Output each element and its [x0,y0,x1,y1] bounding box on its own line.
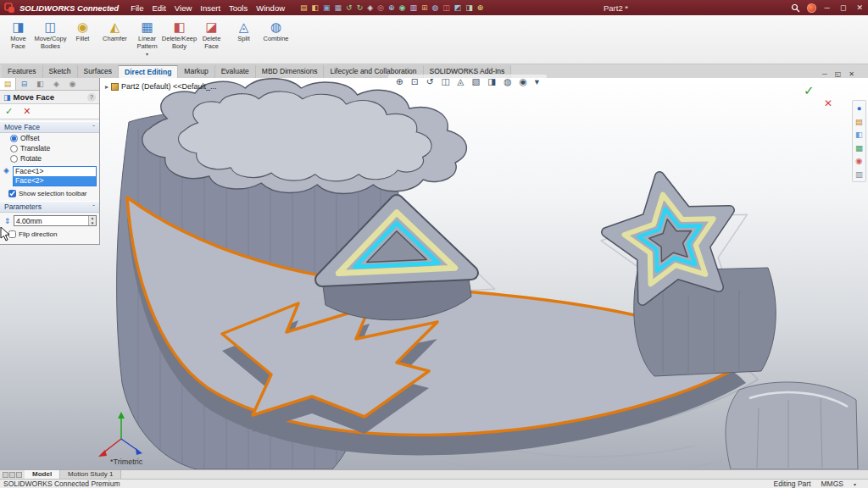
model-canvas[interactable] [0,78,868,469]
confirm-ok-icon[interactable]: ✓ [804,83,815,98]
motion-study-tab[interactable]: Motion Study 1 [60,470,121,479]
custom-properties-icon[interactable]: ▥ [855,170,863,179]
tab-features[interactable]: Features [2,65,43,78]
tab-mbd-dimensions[interactable]: MBD Dimensions [256,65,325,78]
configuration-manager-tab[interactable]: ◧ [32,78,48,90]
mass-properties-icon[interactable]: ◍ [431,4,438,12]
previous-view-icon[interactable]: ↺ [426,76,434,86]
feature-manager-tab[interactable]: ⊟ [16,78,32,90]
flip-direction-checkbox[interactable]: Flip direction [0,229,99,240]
window-close-button[interactable]: ✕ [854,3,865,12]
menu-insert[interactable]: Insert [196,3,225,13]
open-icon[interactable]: ◧ [312,4,320,12]
menu-file[interactable]: File [126,3,147,13]
show-selection-toolbar-input[interactable] [8,190,16,197]
rebuild-icon[interactable]: ◉ [399,4,406,12]
collapse-chevron-icon[interactable]: ˆ [92,203,95,211]
breadcrumb[interactable]: Part2 (Default) <<Default_... [121,82,217,91]
menu-tools[interactable]: Tools [225,3,252,13]
display-manager-tab[interactable]: ◉ [64,78,81,90]
model-tab[interactable]: Model [25,470,60,479]
feature-tree-flyout[interactable]: ▸ Part2 (Default) <<Default_... [105,82,217,91]
smart-dimension-icon[interactable]: ⊕ [388,4,395,12]
delete-face-button[interactable]: ◪ Delete Face [196,18,227,60]
flyout-arrow-icon[interactable]: ▸ [105,83,108,91]
face-selection-list[interactable]: Face<1>Face<2> [13,166,97,186]
offset-radio-input[interactable] [10,135,18,142]
window-minimize-button[interactable]: ─ [823,3,832,12]
undo-icon[interactable]: ↺ [346,4,353,12]
tab-surfaces[interactable]: Surfaces [78,65,120,78]
redo-icon[interactable]: ↻ [357,4,364,12]
move-copy-bodies-button[interactable]: ◫ Move/Copy Bodies [35,18,66,60]
view-palette-icon[interactable]: ▦ [855,144,863,152]
edit-appearance-icon[interactable]: ◉ [519,76,526,86]
tab-markup[interactable]: Markup [178,65,214,78]
section-view-icon[interactable]: ◫ [441,76,449,86]
split-button[interactable]: ◬ Split [228,18,259,60]
property-manager-tab[interactable]: ▤ [0,78,16,90]
tab-direct-editing[interactable]: Direct Editing [119,65,178,78]
graphics-viewport[interactable]: ▸ Part2 (Default) <<Default_... ⊕⊡↺◫◬▧◨◍… [0,78,868,469]
display-style-icon[interactable]: ◨ [487,76,496,86]
combine-button[interactable]: ◍ Combine [260,18,292,60]
splitter-icon[interactable] [16,472,22,478]
view-orientation-icon[interactable]: ▧ [471,76,480,86]
linear-pattern-button[interactable]: ▦ Linear Pattern ▾ [131,18,163,60]
splitter-icon[interactable] [3,472,8,478]
units-selector[interactable]: MMGS [821,480,843,488]
units-dropdown-icon[interactable]: ▾ [854,481,856,487]
rotate-radio-input[interactable] [10,155,18,163]
face-selection-item-1[interactable]: Face<1> [14,167,96,176]
section-view-icon[interactable]: ◫ [442,4,450,12]
menu-view[interactable]: View [170,3,196,13]
user-avatar[interactable] [807,3,816,13]
move-face-group-header[interactable]: Move Face ˆ [0,121,99,133]
view-orientation-icon[interactable]: ◩ [454,4,462,12]
distance-input[interactable] [14,216,88,225]
collapse-chevron-icon[interactable]: ˆ [92,124,95,131]
offset-radio[interactable]: Offset [0,133,99,143]
tab-sketch[interactable]: Sketch [43,65,78,78]
document-minimize-button[interactable]: ─ [822,70,827,78]
save-icon[interactable]: ▣ [323,4,331,12]
translate-radio[interactable]: Translate [0,143,99,153]
fillet-button[interactable]: ◉ Fillet [67,18,98,60]
file-properties-icon[interactable]: ▥ [409,4,417,12]
zoom-area-icon[interactable]: ⊡ [411,76,419,86]
print-icon[interactable]: ▦ [335,4,342,12]
translate-radio-input[interactable] [10,145,18,152]
confirm-cancel-icon[interactable]: ✕ [824,97,832,109]
zoom-fit-icon[interactable]: ⊕ [396,76,403,86]
dimxpert-manager-tab[interactable]: ◈ [48,78,64,90]
dropdown-arrow-icon[interactable]: ▾ [146,51,148,57]
select-icon[interactable]: ◈ [367,4,373,12]
move-face-button[interactable]: ◨ Move Face [3,18,34,60]
options-icon[interactable]: ⊛ [477,4,484,12]
parameters-group-header[interactable]: Parameters ˆ [0,201,99,213]
sketch-icon[interactable]: ◎ [377,4,384,12]
new-document-icon[interactable]: ▤ [300,4,308,12]
ok-button[interactable]: ✓ [5,106,13,117]
delete-keep-body-button[interactable]: ◧ Delete/Keep Body [164,18,195,60]
more-view-options-icon[interactable]: ▾ [535,76,539,86]
menu-edit[interactable]: Edit [147,3,170,13]
help-icon[interactable]: ? [87,93,96,102]
splitter-icon[interactable] [9,472,15,478]
face-selection-item-2[interactable]: Face<2> [14,176,96,186]
display-style-icon[interactable]: ◨ [465,4,473,12]
threedexperience-icon[interactable]: ● [855,104,863,113]
search-icon[interactable] [791,3,800,13]
chamfer-button[interactable]: ◭ Chamfer [99,18,131,60]
menu-window[interactable]: Window [252,3,289,13]
show-selection-toolbar-checkbox[interactable]: Show selection toolbar [0,188,99,199]
appearances-icon[interactable]: ◉ [855,157,863,165]
window-maximize-button[interactable]: ◻ [838,3,848,12]
document-close-button[interactable]: ✕ [849,70,854,78]
tab-evaluate[interactable]: Evaluate [215,65,256,78]
cancel-button[interactable]: ✕ [23,106,31,117]
spin-down-icon[interactable]: ▼ [89,221,96,226]
document-restore-button[interactable]: ◱ [835,70,842,78]
hide-show-items-icon[interactable]: ◍ [504,76,511,86]
design-library-icon[interactable]: ▤ [855,118,863,126]
